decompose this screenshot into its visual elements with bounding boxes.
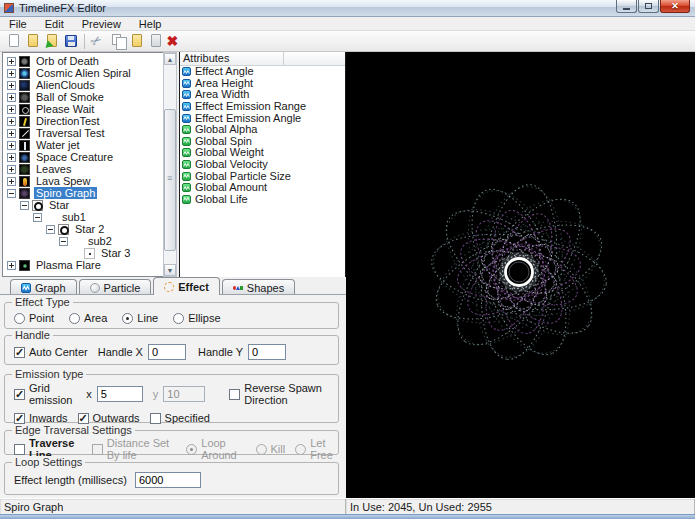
plus-expand-icon[interactable]: [7, 69, 16, 78]
tab-graph[interactable]: Graph: [10, 279, 77, 295]
menu-preview[interactable]: Preview: [73, 17, 130, 31]
tree-item-directiontest[interactable]: DirectionTest: [3, 115, 163, 127]
close-button[interactable]: ✕: [660, 0, 690, 13]
attributes-header[interactable]: Attributes: [180, 52, 345, 66]
cut-button[interactable]: ✂: [89, 32, 108, 51]
maximize-button[interactable]: [638, 0, 659, 13]
scrollbar-thumb[interactable]: [164, 109, 176, 251]
attribute-item-global-velocity[interactable]: Global Velocity: [180, 159, 345, 171]
plus-expand-icon[interactable]: [7, 117, 16, 126]
attribute-item-effect-angle[interactable]: Effect Angle: [180, 66, 345, 78]
grid-x-input[interactable]: [97, 386, 143, 402]
handle-x-input[interactable]: [148, 344, 186, 360]
tree-item-sub2[interactable]: sub2: [3, 235, 163, 247]
attribute-item-global-spin[interactable]: Global Spin: [180, 136, 345, 148]
ellipse-radio[interactable]: Ellipse: [173, 312, 220, 324]
tree-item-sub1[interactable]: sub1: [3, 211, 163, 223]
tree-item-star-3[interactable]: Star 3: [3, 247, 163, 259]
menu-help[interactable]: Help: [130, 17, 171, 31]
tree-item-traversal-test[interactable]: Traversal Test: [3, 127, 163, 139]
plus-expand-icon[interactable]: [7, 165, 16, 174]
tree-item-star-2[interactable]: Star 2: [3, 223, 163, 235]
graph-attribute-icon: [182, 90, 191, 99]
save-button[interactable]: [61, 32, 80, 51]
tree-item-lava-spew[interactable]: Lava Spew: [3, 175, 163, 187]
import-button[interactable]: [42, 32, 61, 51]
plus-expand-icon[interactable]: [7, 141, 16, 150]
attribute-item-effect-emission-range[interactable]: Effect Emission Range: [180, 101, 345, 113]
tab-effect[interactable]: Effect: [153, 277, 220, 295]
tree-item-water-jet[interactable]: Water jet: [3, 139, 163, 151]
point-radio[interactable]: Point: [14, 312, 54, 324]
loop-around-radio[interactable]: Loop Around: [186, 437, 245, 461]
minus-expand-icon[interactable]: [20, 201, 29, 210]
attributes-column-header[interactable]: Attributes: [180, 52, 284, 65]
minus-expand-icon[interactable]: [59, 237, 68, 246]
kill-radio[interactable]: Kill: [256, 443, 286, 455]
paste-button[interactable]: [127, 32, 146, 51]
tree-item-alienclouds[interactable]: AlienClouds: [3, 79, 163, 91]
minus-expand-icon[interactable]: [7, 189, 16, 198]
distance-set-by-life-checkbox[interactable]: Distance Set By life: [92, 437, 176, 461]
attribute-item-area-width[interactable]: Area Width: [180, 89, 345, 101]
plus-expand-icon[interactable]: [7, 153, 16, 162]
tree-item-space-creature[interactable]: Space Creature: [3, 151, 163, 163]
tree-item-orb-of-death[interactable]: Orb of Death: [3, 55, 163, 67]
minus-expand-icon[interactable]: [33, 213, 42, 222]
effect-type-group: Effect Type Point Area Line Ellipse: [4, 302, 339, 329]
grid-emission-checkbox[interactable]: Grid emission: [14, 382, 78, 406]
outwards-checkbox[interactable]: Outwards: [78, 412, 140, 424]
reverse-spawn-direction-checkbox[interactable]: Reverse Spawn Direction: [229, 382, 338, 406]
handle-y-input[interactable]: [248, 344, 286, 360]
tab-shapes[interactable]: Shapes: [222, 279, 295, 295]
tree-item-star[interactable]: Star: [3, 199, 163, 211]
plus-expand-icon[interactable]: [7, 129, 16, 138]
attribute-item-area-height[interactable]: Area Height: [180, 78, 345, 90]
attribute-item-global-amount[interactable]: Global Amount: [180, 182, 345, 194]
grid-y-input[interactable]: [163, 386, 205, 402]
plus-expand-icon[interactable]: [7, 57, 16, 66]
open-button[interactable]: [23, 32, 42, 51]
plus-expand-icon[interactable]: [7, 105, 16, 114]
leaves-thumbnail-icon: [19, 164, 30, 175]
line-radio[interactable]: Line: [122, 312, 158, 324]
tree-item-label: Star 2: [73, 223, 106, 235]
attribute-item-global-particle-size[interactable]: Global Particle Size: [180, 170, 345, 182]
tree-scrollbar[interactable]: ▲ ▼: [163, 52, 177, 277]
attribute-item-global-life[interactable]: Global Life: [180, 194, 345, 206]
tree-item-leaves[interactable]: Leaves: [3, 163, 163, 175]
scroll-up-icon[interactable]: ▲: [164, 53, 176, 65]
attribute-item-global-weight[interactable]: Global Weight: [180, 147, 345, 159]
tree-item-plasma-flare[interactable]: Plasma Flare: [3, 259, 163, 271]
new-button[interactable]: [4, 32, 23, 51]
menu-edit[interactable]: Edit: [36, 17, 73, 31]
plus-expand-icon[interactable]: [7, 81, 16, 90]
plus-expand-icon[interactable]: [7, 261, 16, 270]
inwards-checkbox[interactable]: Inwards: [14, 412, 68, 424]
tree-item-cosmic-alien-spiral[interactable]: Cosmic Alien Spiral: [3, 67, 163, 79]
tab-particle[interactable]: Particle: [79, 279, 152, 295]
menu-file[interactable]: File: [0, 17, 36, 31]
attribute-item-global-alpha[interactable]: Global Alpha: [180, 124, 345, 136]
clone-button[interactable]: [146, 32, 165, 51]
shapes-tab-icon: [233, 283, 243, 293]
plus-expand-icon[interactable]: [7, 93, 16, 102]
delete-button[interactable]: ✖: [165, 32, 184, 51]
title-bar[interactable]: TimelineFX Editor ✕: [0, 0, 695, 17]
specified-checkbox[interactable]: Specified: [150, 412, 210, 424]
effect-preview-viewport[interactable]: [346, 52, 695, 498]
tree-item-ball-of-smoke[interactable]: Ball of Smoke: [3, 91, 163, 103]
attribute-item-effect-emission-angle[interactable]: Effect Emission Angle: [180, 112, 345, 124]
effect-length-input[interactable]: [135, 472, 201, 488]
plus-expand-icon[interactable]: [7, 177, 16, 186]
minimize-button[interactable]: [616, 0, 637, 13]
tree-item-label: Star: [47, 199, 71, 211]
scroll-down-icon[interactable]: ▼: [164, 264, 176, 276]
tree-item-spiro-graph[interactable]: Spiro Graph: [3, 187, 163, 199]
auto-center-checkbox[interactable]: Auto Center: [14, 346, 88, 358]
area-radio[interactable]: Area: [69, 312, 107, 324]
let-free-radio[interactable]: Let Free: [295, 437, 338, 461]
tree-item-please-wait[interactable]: Please Wait: [3, 103, 163, 115]
copy-button[interactable]: [108, 32, 127, 51]
minus-expand-icon[interactable]: [46, 225, 55, 234]
